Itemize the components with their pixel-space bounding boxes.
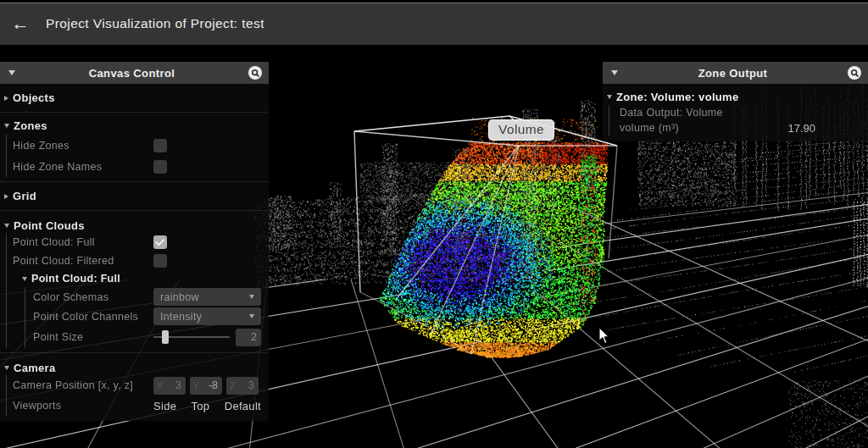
point-size-row: Point Size 2 bbox=[33, 326, 269, 348]
camera-y-field[interactable]: Y -8 bbox=[190, 377, 222, 395]
canvas-control-header: Canvas Control bbox=[0, 62, 269, 84]
point-clouds-label: Point Clouds bbox=[14, 219, 85, 232]
zones-header[interactable]: Zones bbox=[0, 116, 269, 135]
collapse-zones-icon[interactable] bbox=[4, 124, 9, 128]
data-output-label: Data Output: Volume bbox=[620, 107, 723, 119]
magnifier-glyph bbox=[850, 69, 860, 78]
point-color-channels-value: Intensity bbox=[160, 311, 249, 323]
point-size-slider[interactable] bbox=[153, 330, 230, 344]
section-grid[interactable]: Grid bbox=[0, 182, 269, 211]
x-axis-label: X bbox=[157, 380, 163, 390]
zone-volume-header[interactable]: Zone: Volume: volume bbox=[603, 84, 868, 105]
pc-filtered-row: Point Cloud: Filtered bbox=[13, 252, 269, 270]
point-clouds-children: Point Cloud: Full Point Cloud: Filtered … bbox=[6, 233, 269, 348]
color-schemas-row: Color Schemas rainbow bbox=[33, 287, 269, 307]
camera-x-value: 3 bbox=[163, 379, 181, 391]
hide-zones-label: Hide Zones bbox=[13, 140, 153, 152]
zone-header-label: Zone: Volume: volume bbox=[616, 91, 738, 103]
back-button[interactable]: ← bbox=[3, 4, 37, 43]
zone-volume-label: Volume bbox=[488, 119, 554, 141]
app-window: Volume ← Project Visualization of Projec… bbox=[0, 0, 868, 448]
color-schemas-dropdown[interactable]: rainbow bbox=[153, 288, 261, 306]
camera-children: Camera Position [x, y, z] X 3 Y -8 bbox=[6, 375, 269, 416]
collapse-panel-icon[interactable] bbox=[8, 70, 15, 75]
section-zones: Zones Hide Zones Hide Zone Names bbox=[0, 113, 269, 182]
magnifier-glyph bbox=[251, 69, 260, 78]
camera-y-value: -8 bbox=[199, 379, 218, 391]
pc-filtered-checkbox[interactable] bbox=[153, 254, 167, 268]
panel-zoom-icon[interactable] bbox=[848, 66, 861, 80]
slider-handle[interactable] bbox=[162, 330, 169, 344]
camera-z-field[interactable]: Z 3 bbox=[226, 377, 259, 395]
section-objects[interactable]: Objects bbox=[0, 84, 269, 113]
mouse-cursor bbox=[598, 327, 611, 345]
viewport-side-button[interactable]: Side bbox=[153, 400, 176, 412]
hide-zone-names-row: Hide Zone Names bbox=[13, 156, 269, 177]
point-size-label: Point Size bbox=[33, 331, 153, 343]
page-title: Project Visualization of Project: test bbox=[46, 16, 264, 31]
collapse-camera-icon[interactable] bbox=[4, 366, 9, 370]
point-size-value[interactable]: 2 bbox=[236, 329, 261, 346]
section-point-clouds: Point Clouds Point Cloud: Full Point Clo… bbox=[0, 211, 269, 353]
zone-output-title: Zone Output bbox=[618, 67, 848, 80]
zones-children: Hide Zones Hide Zone Names bbox=[6, 135, 269, 177]
pc-full-row: Point Cloud: Full bbox=[13, 233, 269, 252]
zones-label: Zones bbox=[14, 119, 47, 132]
hide-zone-names-label: Hide Zone Names bbox=[13, 161, 153, 173]
data-output-row: Data Output: Volume bbox=[620, 105, 868, 120]
point-color-channels-row: Point Color Channels Intensity bbox=[33, 307, 269, 326]
dropdown-caret-icon bbox=[249, 314, 254, 318]
viewport-default-button[interactable]: Default bbox=[225, 400, 261, 412]
hide-zones-checkbox[interactable] bbox=[153, 139, 167, 152]
viewport-top-button[interactable]: Top bbox=[192, 400, 210, 412]
camera-position-label: Camera Position [x, y, z] bbox=[13, 379, 153, 391]
title-bar: ← Project Visualization of Project: test bbox=[0, 0, 868, 45]
y-axis-label: Y bbox=[193, 380, 199, 390]
zone-output-body: Zone: Volume: volume Data Output: Volume… bbox=[603, 84, 868, 141]
dropdown-caret-icon bbox=[249, 295, 254, 299]
volume-metric-value: 17.90 bbox=[787, 122, 815, 135]
objects-label: Objects bbox=[13, 91, 55, 104]
pc-full-subheader[interactable]: Point Cloud: Full bbox=[22, 270, 269, 287]
volume-metric-label: volume (m³) bbox=[620, 122, 679, 134]
point-color-channels-label: Point Color Channels bbox=[33, 311, 153, 323]
volume-metric-row: volume (m³) 17.90 bbox=[620, 120, 868, 136]
collapse-point-clouds-icon[interactable] bbox=[4, 224, 9, 228]
canvas-control-body: Objects Zones Hide Zones Hide Zone Names bbox=[0, 84, 269, 421]
section-camera: Camera Camera Position [x, y, z] X 3 Y bbox=[0, 353, 269, 420]
expand-objects-icon[interactable] bbox=[4, 96, 8, 101]
camera-position-row: Camera Position [x, y, z] X 3 Y -8 bbox=[13, 375, 269, 395]
viewports-row: Viewports Side Top Default bbox=[13, 395, 269, 416]
collapse-pc-full-icon[interactable] bbox=[22, 277, 27, 281]
zone-output-header: Zone Output bbox=[603, 62, 868, 84]
hide-zones-row: Hide Zones bbox=[13, 135, 269, 156]
expand-grid-icon[interactable] bbox=[4, 194, 8, 199]
zone-output-panel: Zone Output Zone: Volume: volume Data Ou… bbox=[603, 62, 868, 141]
pc-full-group-label: Point Cloud: Full bbox=[31, 273, 120, 285]
viewports-label: Viewports bbox=[13, 400, 153, 412]
panel-zoom-icon[interactable] bbox=[248, 66, 262, 80]
camera-x-field[interactable]: X 3 bbox=[153, 377, 186, 395]
pc-filtered-label: Point Cloud: Filtered bbox=[13, 255, 153, 267]
pc-full-label: Point Cloud: Full bbox=[13, 236, 153, 248]
point-color-channels-dropdown[interactable]: Intensity bbox=[153, 307, 261, 325]
camera-header[interactable]: Camera bbox=[0, 357, 269, 375]
pc-full-checkbox[interactable] bbox=[153, 235, 167, 249]
color-schemas-label: Color Schemas bbox=[33, 291, 153, 303]
grid-label: Grid bbox=[13, 190, 36, 202]
camera-z-value: 3 bbox=[235, 379, 254, 391]
zone-children: Data Output: Volume volume (m³) 17.90 bbox=[609, 105, 868, 136]
canvas-control-panel: Canvas Control Objects Zones bbox=[0, 62, 269, 421]
collapse-panel-icon[interactable] bbox=[611, 70, 618, 75]
camera-label: Camera bbox=[14, 362, 56, 374]
pc-full-sub-children: Color Schemas rainbow Point Color Channe… bbox=[25, 287, 269, 348]
hide-zone-names-checkbox[interactable] bbox=[153, 160, 167, 174]
canvas-control-title: Canvas Control bbox=[15, 67, 248, 80]
point-clouds-header[interactable]: Point Clouds bbox=[0, 214, 269, 233]
pc-full-subgroup: Point Cloud: Full Color Schemas rainbow bbox=[22, 270, 269, 348]
collapse-zone-icon[interactable] bbox=[607, 95, 612, 99]
color-schemas-value: rainbow bbox=[160, 291, 249, 303]
